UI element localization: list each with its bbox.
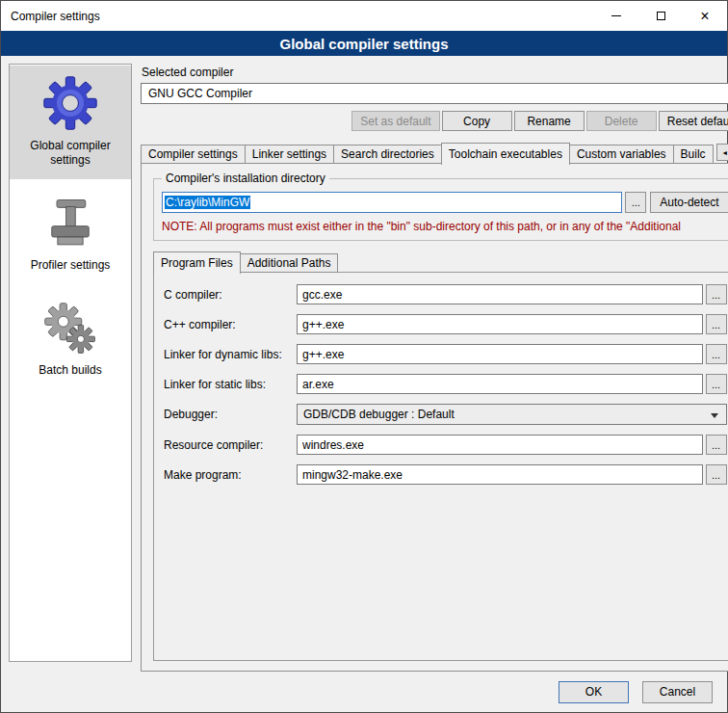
program-files-panel: C compiler: ... C++ compiler: ... Linker… [153,272,728,661]
dialog-body: Global compiler settings Profiler settin… [1,56,727,672]
maximize-icon [657,12,665,20]
set-as-default-button[interactable]: Set as default [351,111,439,131]
dynamic-linker-label: Linker for dynamic libs: [164,348,297,361]
c-compiler-browse-button[interactable]: ... [706,284,727,304]
window-title: Compiler settings [1,10,100,23]
tab-search-directories[interactable]: Search directories [333,145,442,164]
field-row-make-program: Make program: ... [164,464,727,485]
resource-compiler-input[interactable] [297,435,703,455]
static-linker-input[interactable] [297,374,703,394]
make-program-label: Make program: [164,468,297,482]
c-compiler-label: C compiler: [164,288,297,302]
resource-compiler-label: Resource compiler: [164,438,297,452]
cpp-compiler-browse-button[interactable]: ... [706,314,727,334]
title-bar: Compiler settings × [1,1,727,31]
tab-linker-settings[interactable]: Linker settings [245,145,334,164]
dialog-footer: OK Cancel [1,672,727,712]
static-linker-label: Linker for static libs: [164,378,297,391]
debugger-label: Debugger: [164,408,297,421]
tab-toolchain-executables[interactable]: Toolchain executables [441,143,570,165]
compiler-select[interactable]: GNU GCC Compiler [141,83,728,104]
minimize-icon [611,15,621,16]
tab-compiler-settings[interactable]: Compiler settings [141,145,246,164]
make-program-browse-button[interactable]: ... [706,464,727,485]
sidebar-item-label: Global compiler settings [13,139,128,168]
program-files-subtabs: Program Files Additional Paths [153,251,728,273]
rename-button[interactable]: Rename [514,111,585,131]
subtab-additional-paths[interactable]: Additional Paths [240,253,339,273]
compiler-select-value: GNU GCC Compiler [148,87,252,100]
field-row-resource-compiler: Resource compiler: ... [164,435,727,455]
maximize-button[interactable] [638,1,683,31]
field-row-cpp-compiler: C++ compiler: ... [164,314,727,334]
blue-gear-icon [41,74,99,132]
debugger-select-value: GDB/CDB debugger : Default [303,408,455,421]
installation-directory-input[interactable]: C:\raylib\MinGW [162,192,622,213]
sidebar-item-label: Profiler settings [31,258,111,273]
toolchain-executables-panel: Compiler's installation directory C:\ray… [141,163,728,672]
make-program-input[interactable] [297,464,703,485]
reset-defaults-button[interactable]: Reset defaults [659,111,728,131]
static-linker-browse-button[interactable]: ... [706,374,727,394]
copy-button[interactable]: Copy [442,111,512,131]
field-row-static-linker: Linker for static libs: ... [164,374,727,394]
compiler-actions: Set as default Copy Rename Delete Reset … [141,111,728,131]
dynamic-linker-input[interactable] [297,344,703,364]
tab-custom-variables[interactable]: Custom variables [569,145,674,164]
profiler-tool-icon [43,196,97,251]
resource-compiler-browse-button[interactable]: ... [706,435,727,455]
minimize-button[interactable] [594,1,638,31]
window-controls: × [594,1,727,31]
settings-tabs: Compiler settings Linker settings Search… [141,143,728,164]
cancel-button[interactable]: Cancel [642,681,713,703]
close-button[interactable]: × [683,1,727,31]
bin-subdirectory-note: NOTE: All programs must exist either in … [162,220,728,233]
dialog-title: Global compiler settings [279,36,448,52]
settings-category-list: Global compiler settings Profiler settin… [9,64,132,662]
installation-directory-browse-button[interactable]: ... [625,192,646,213]
sidebar-item-profiler-settings[interactable]: Profiler settings [10,187,131,284]
chevron-down-icon [711,413,718,418]
field-row-dynamic-linker: Linker for dynamic libs: ... [164,344,727,364]
auto-detect-button[interactable]: Auto-detect [650,192,728,213]
sidebar-item-batch-builds[interactable]: Batch builds [10,292,131,389]
sidebar-item-label: Batch builds [39,363,101,378]
tab-scroll-left-button[interactable]: ◄ [716,144,728,161]
sidebar-item-global-compiler-settings[interactable]: Global compiler settings [10,66,131,179]
c-compiler-input[interactable] [297,284,703,304]
field-row-c-compiler: C compiler: ... [164,284,727,304]
installation-directory-group-title: Compiler's installation directory [162,172,329,185]
arrow-left-icon: ◄ [721,149,728,156]
debugger-select[interactable]: GDB/CDB debugger : Default [297,404,727,425]
close-icon: × [700,9,709,24]
cpp-compiler-label: C++ compiler: [164,318,297,331]
selected-compiler-label: Selected compiler [142,66,728,79]
subtab-program-files[interactable]: Program Files [153,251,241,274]
cpp-compiler-input[interactable] [297,314,703,334]
dialog-header: Global compiler settings [1,31,727,56]
gray-gears-icon [42,301,98,356]
installation-directory-value: C:\raylib\MinGW [165,196,250,209]
dynamic-linker-browse-button[interactable]: ... [706,344,727,364]
main-content: Selected compiler GNU GCC Compiler Set a… [141,64,728,672]
tab-build-options[interactable]: Builc [673,145,714,164]
field-row-debugger: Debugger: GDB/CDB debugger : Default [164,404,727,425]
installation-directory-group: Compiler's installation directory C:\ray… [153,178,728,241]
tab-scroll-controls: ◄ ► [716,144,728,161]
ok-button[interactable]: OK [559,681,629,703]
compiler-settings-window: Compiler settings × Global compiler sett… [0,0,728,713]
installation-directory-row: C:\raylib\MinGW ... Auto-detect [162,192,728,213]
delete-button[interactable]: Delete [586,111,657,131]
